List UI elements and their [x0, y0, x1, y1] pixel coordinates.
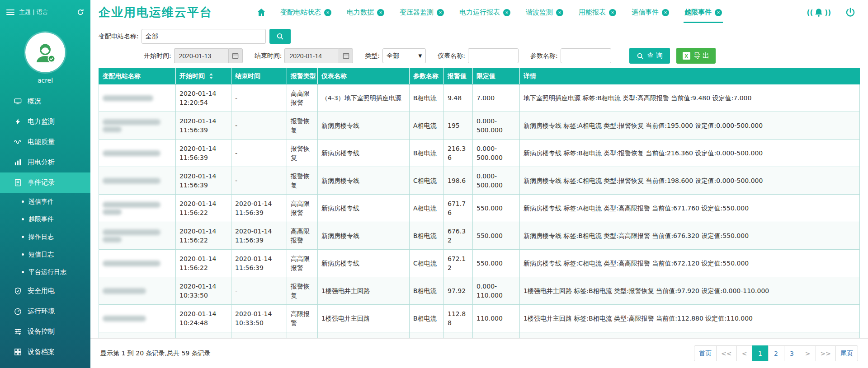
table-row[interactable]: 2020-01-14 11:56:39 - 报警恢复 新病房楼专线 A相电流 1… — [99, 112, 860, 140]
table-row[interactable]: 2020-01-14 10:24:48 2020-01-14 10:33:50 … — [99, 305, 860, 332]
close-icon[interactable]: ✕ — [715, 9, 722, 16]
sidebar-item-event-records[interactable]: 事件记录 — [0, 172, 90, 193]
close-icon[interactable]: ✕ — [503, 9, 510, 16]
pagination-page-1[interactable]: 1 — [752, 345, 769, 361]
close-icon[interactable]: ✕ — [609, 9, 616, 16]
sidebar-item-label: 用电分析 — [28, 158, 55, 167]
table-row[interactable]: 2020-01-14 12:20:54 - 高高限报警 （4-3）地下室照明插座… — [99, 84, 860, 112]
table-row[interactable]: 2020-01-14 10:33:50 - 报警恢复 1楼强电井主回路 B相电流… — [99, 277, 860, 305]
start-date-input[interactable] — [174, 48, 228, 63]
pagination: 首页 << < 1 2 3 > >> 尾页 — [694, 345, 858, 361]
redacted-station-name — [103, 178, 160, 184]
pagination-next[interactable]: > — [800, 345, 816, 361]
export-button[interactable]: X 导 出 — [676, 48, 716, 64]
cell-end-time: 2020-01-14 11:56:39 — [231, 222, 287, 250]
sidebar-item-operation-logs[interactable]: 操作日志 — [0, 228, 90, 246]
sort-icon[interactable] — [209, 73, 213, 79]
sliders-icon — [14, 328, 22, 335]
sidebar-item-overview[interactable]: 概况 — [0, 91, 90, 112]
events-table: 变配电站名称 开始时间 结束时间 报警类型 仪表名称 参数名称 报警值 限定值 … — [99, 68, 860, 338]
sidebar-item-power-analysis[interactable]: 用电分析 — [0, 152, 90, 172]
sidebar-item-device-control[interactable]: 设备控制 — [0, 321, 90, 342]
param-name-input[interactable] — [561, 48, 611, 63]
station-name-input[interactable] — [142, 29, 266, 44]
cell-meter-name: 1楼强电井主回路 — [318, 305, 410, 332]
cell-station-name — [99, 222, 176, 250]
sidebar-item-remote-signal-events[interactable]: 遥信事件 — [0, 193, 90, 210]
table-row[interactable]: 2020-01-14 11:56:22 2020-01-14 11:56:39 … — [99, 195, 860, 222]
sidebar-item-environment[interactable]: 运行环境 — [0, 301, 90, 321]
meter-name-input[interactable] — [468, 48, 519, 63]
table-row[interactable]: 2020-01-14 10:24:46 - 报警恢复 10楼强电井主回路 C相电… — [99, 332, 860, 339]
cell-start-time: 2020-01-14 11:56:22 — [176, 195, 231, 222]
close-icon[interactable]: ✕ — [437, 9, 444, 16]
tab-remote-signal-events[interactable]: 遥信事件 ✕ — [632, 0, 669, 25]
close-icon[interactable]: ✕ — [662, 9, 669, 16]
tab-power-run-report[interactable]: 电力运行报表 ✕ — [459, 0, 510, 25]
cell-alarm-value: 1.58 — [444, 332, 473, 339]
redacted-station-name — [103, 126, 122, 132]
type-select[interactable]: 全部 ▼ — [382, 48, 426, 63]
pagination-prev-group[interactable]: << — [716, 345, 736, 361]
table-row[interactable]: 2020-01-14 11:56:39 - 报警恢复 新病房楼专线 C相电流 1… — [99, 167, 860, 195]
notification-bell-icon[interactable]: (( )) — [807, 8, 831, 18]
table-row[interactable]: 2020-01-14 11:56:22 2020-01-14 11:56:39 … — [99, 250, 860, 277]
sidebar-item-label: 设备控制 — [28, 327, 55, 336]
sidebar-item-limit-exceed-events[interactable]: 越限事件 — [0, 210, 90, 228]
dashboard-icon — [14, 98, 22, 105]
cell-alarm-value: 198.6 — [444, 167, 473, 195]
cell-detail: 地下室照明插座电源 标签:B相电流 类型:高高限报警 当前值:9.480 设定值… — [520, 84, 860, 112]
table-row[interactable]: 2020-01-14 11:56:39 - 报警恢复 新病房楼专线 B相电流 2… — [99, 140, 860, 167]
refresh-icon[interactable] — [77, 9, 84, 16]
cell-param-name: B相电流 — [410, 222, 444, 250]
redacted-station-name — [103, 261, 160, 266]
query-button[interactable]: 查 询 — [629, 48, 670, 64]
calendar-icon[interactable] — [228, 48, 243, 63]
top-right-icons: (( )) — [807, 7, 856, 19]
excel-icon: X — [683, 52, 690, 60]
pagination-page-3[interactable]: 3 — [784, 345, 800, 361]
pagination-next-group[interactable]: >> — [816, 345, 836, 361]
close-icon[interactable]: ✕ — [324, 9, 331, 16]
table-row[interactable]: 2020-01-14 11:56:22 2020-01-14 11:56:39 … — [99, 222, 860, 250]
close-icon[interactable]: ✕ — [377, 9, 384, 16]
sidebar-item-power-monitoring[interactable]: 电力监测 — [0, 112, 90, 132]
column-header-start-time[interactable]: 开始时间 — [176, 68, 231, 84]
bell-wave-right: )) — [825, 9, 831, 17]
tab-station-status[interactable]: 变配电站状态 ✕ — [280, 0, 331, 25]
pagination-prev[interactable]: < — [736, 345, 753, 361]
pagination-last[interactable]: 尾页 — [835, 345, 858, 361]
start-time-label: 开始时间: — [144, 52, 171, 60]
sidebar-item-label: 运行环境 — [28, 307, 55, 316]
close-icon[interactable]: ✕ — [556, 9, 563, 16]
sidebar-item-platform-run-logs[interactable]: 平台运行日志 — [0, 263, 90, 281]
sidebar-item-power-quality[interactable]: 电能质量 — [0, 132, 90, 152]
power-logout-icon[interactable] — [844, 7, 856, 19]
tab-power-data[interactable]: 电力数据 ✕ — [347, 0, 384, 25]
sidebar-item-safe-power[interactable]: 安全用电 — [0, 281, 90, 301]
hamburger-menu-icon[interactable] — [6, 9, 14, 15]
sidebar-item-device-archive[interactable]: 设备档案 — [0, 342, 90, 362]
pagination-page-2[interactable]: 2 — [768, 345, 784, 361]
pagination-first[interactable]: 首页 — [694, 345, 717, 361]
tab-harmonic-monitoring[interactable]: 谐波监测 ✕ — [526, 0, 563, 25]
calendar-icon[interactable] — [339, 48, 353, 63]
tab-label: 越限事件 — [684, 8, 712, 17]
home-icon[interactable] — [256, 7, 267, 18]
cell-alarm-type: 报警恢复 — [287, 140, 318, 167]
column-header-label: 开始时间 — [179, 72, 205, 79]
avatar — [25, 33, 65, 72]
cell-detail: 新病房楼专线 标签:C相电流 类型:高高限报警 当前值:672.120 设定值:… — [520, 250, 860, 277]
end-date-input[interactable] — [284, 48, 339, 63]
station-search-button[interactable] — [269, 29, 291, 44]
sidebar-item-label: 事件记录 — [28, 178, 55, 187]
theme-language-toggle[interactable]: 主题 | 语言 — [19, 8, 72, 16]
cell-detail: 1楼强电井主回路 标签:B相电流 类型:报警恢复 当前值:97.920 设定值:… — [520, 277, 860, 305]
sidebar-item-sms-logs[interactable]: 短信日志 — [0, 246, 90, 263]
tab-energy-report[interactable]: 用能报表 ✕ — [579, 0, 616, 25]
tab-transformer-monitoring[interactable]: 变压器监测 ✕ — [400, 0, 444, 25]
cell-station-name — [99, 84, 176, 112]
tab-limit-exceed-events[interactable]: 越限事件 ✕ — [684, 0, 722, 25]
cell-alarm-type: 报警恢复 — [287, 167, 318, 195]
cell-alarm-type: 高高限报警 — [287, 84, 318, 112]
